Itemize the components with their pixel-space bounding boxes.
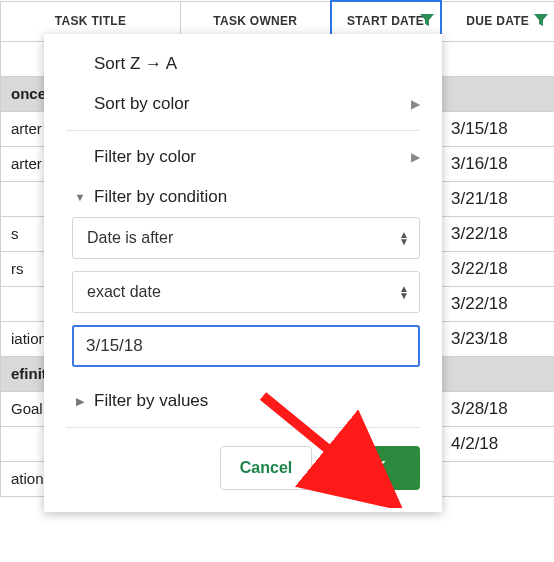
- filter-icon[interactable]: [534, 13, 548, 29]
- cell[interactable]: 3/28/18: [441, 391, 555, 426]
- condition-mode-select[interactable]: exact date ▲▼: [72, 271, 420, 313]
- cell[interactable]: 3/15/18: [441, 111, 555, 146]
- menu-filter-by-color[interactable]: Filter by color ▶: [66, 137, 420, 177]
- cell[interactable]: 4/2/18: [441, 426, 555, 461]
- condition-date-input[interactable]: [72, 325, 420, 367]
- menu-filter-by-condition[interactable]: ▼ Filter by condition: [66, 177, 420, 217]
- col-header-due-date[interactable]: DUE DATE: [441, 1, 555, 41]
- cell[interactable]: 3/22/18: [441, 251, 555, 286]
- cell[interactable]: 3/22/18: [441, 216, 555, 251]
- condition-mode-value: exact date: [87, 283, 161, 301]
- separator: [66, 130, 420, 131]
- separator: [66, 427, 420, 428]
- cell[interactable]: 3/22/18: [441, 286, 555, 321]
- ok-button[interactable]: OK: [328, 446, 420, 490]
- cell[interactable]: 3/23/18: [441, 321, 555, 356]
- cell[interactable]: 3/21/18: [441, 181, 555, 216]
- cell[interactable]: [441, 356, 555, 391]
- chevron-right-icon: ▶: [411, 97, 420, 111]
- cell[interactable]: [441, 461, 555, 496]
- updown-icon: ▲▼: [399, 231, 409, 245]
- cell[interactable]: 3/16/18: [441, 146, 555, 181]
- menu-filter-by-values[interactable]: ▶ Filter by values: [66, 381, 420, 421]
- cell[interactable]: [441, 41, 555, 76]
- condition-type-value: Date is after: [87, 229, 173, 247]
- expand-icon: ▶: [66, 395, 94, 408]
- cell[interactable]: [441, 76, 555, 111]
- updown-icon: ▲▼: [399, 285, 409, 299]
- condition-type-select[interactable]: Date is after ▲▼: [72, 217, 420, 259]
- cancel-button[interactable]: Cancel: [220, 446, 312, 490]
- filter-icon[interactable]: [420, 13, 434, 29]
- collapse-icon: ▼: [66, 191, 94, 203]
- chevron-right-icon: ▶: [411, 150, 420, 164]
- button-row: Cancel OK: [66, 446, 420, 490]
- filter-popup: Sort Z → A Sort by color ▶ Filter by col…: [44, 34, 442, 512]
- menu-sort-by-color[interactable]: Sort by color ▶: [66, 84, 420, 124]
- menu-sort-za[interactable]: Sort Z → A: [66, 44, 420, 84]
